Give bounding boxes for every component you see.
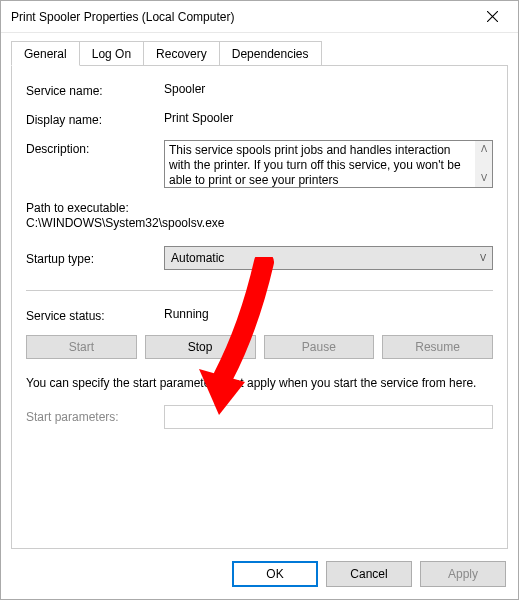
tab-recovery[interactable]: Recovery: [144, 41, 220, 65]
service-status-label: Service status:: [26, 307, 164, 323]
chevron-down-icon: ᐯ: [480, 253, 486, 263]
scroll-up-button[interactable]: ᐱ: [475, 141, 492, 158]
tab-dependencies[interactable]: Dependencies: [220, 41, 322, 65]
path-label: Path to executable:: [26, 201, 493, 215]
scroll-down-button[interactable]: ᐯ: [475, 170, 492, 187]
tabstrip: General Log On Recovery Dependencies: [11, 41, 508, 65]
service-status-value: Running: [164, 307, 493, 321]
startup-type-label: Startup type:: [26, 250, 164, 266]
display-name-label: Display name:: [26, 111, 164, 127]
stop-button[interactable]: Stop: [145, 335, 256, 359]
divider: [26, 290, 493, 291]
ok-button[interactable]: OK: [232, 561, 318, 587]
service-name-value: Spooler: [164, 82, 493, 96]
dialog-footer: OK Cancel Apply: [1, 549, 518, 599]
cancel-button[interactable]: Cancel: [326, 561, 412, 587]
description-box: This service spools print jobs and handl…: [164, 140, 493, 188]
close-icon: [487, 11, 498, 22]
startup-type-value: Automatic: [171, 251, 224, 265]
window-title: Print Spooler Properties (Local Computer…: [11, 10, 234, 24]
close-button[interactable]: [470, 2, 514, 32]
apply-button: Apply: [420, 561, 506, 587]
service-name-label: Service name:: [26, 82, 164, 98]
description-text: This service spools print jobs and handl…: [169, 143, 461, 187]
tab-logon[interactable]: Log On: [80, 41, 144, 65]
start-params-input[interactable]: [164, 405, 493, 429]
content-area: General Log On Recovery Dependencies Ser…: [1, 33, 518, 549]
properties-window: Print Spooler Properties (Local Computer…: [0, 0, 519, 600]
start-button: Start: [26, 335, 137, 359]
description-scrollbar[interactable]: ᐱ ᐯ: [475, 141, 492, 187]
path-value: C:\WINDOWS\System32\spoolsv.exe: [26, 216, 493, 230]
tab-general[interactable]: General: [11, 41, 80, 66]
pause-button: Pause: [264, 335, 375, 359]
info-text: You can specify the start parameters tha…: [26, 375, 493, 391]
startup-type-select[interactable]: Automatic ᐯ: [164, 246, 493, 270]
start-params-label: Start parameters:: [26, 410, 164, 424]
titlebar: Print Spooler Properties (Local Computer…: [1, 1, 518, 33]
tab-panel-general: Service name: Spooler Display name: Prin…: [11, 65, 508, 549]
resume-button: Resume: [382, 335, 493, 359]
display-name-value: Print Spooler: [164, 111, 493, 125]
chevron-down-icon: ᐯ: [481, 171, 487, 186]
description-label: Description:: [26, 140, 164, 156]
chevron-up-icon: ᐱ: [481, 142, 487, 157]
